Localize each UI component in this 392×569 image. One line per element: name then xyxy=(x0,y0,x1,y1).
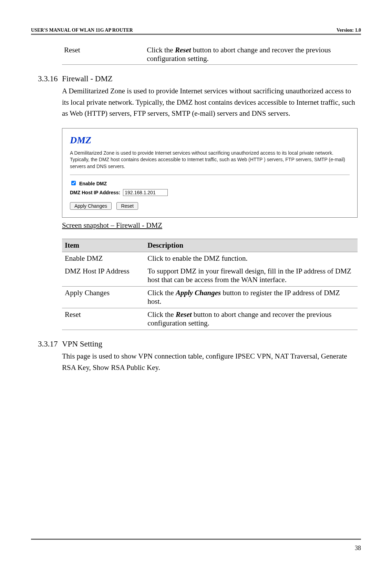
section-title: VPN Setting xyxy=(62,340,102,348)
cell-reset-label: Reset xyxy=(62,44,145,65)
section-body: A Demilitarized Zone is used to provide … xyxy=(62,85,358,119)
text: Click the xyxy=(147,310,176,319)
td-enable-dmz: Enable DMZ xyxy=(62,252,145,265)
td-apply-changes: Apply Changes xyxy=(62,287,145,308)
reset-row-table: Reset Click the Reset button to abort ch… xyxy=(62,44,358,65)
section-body: This page is used to show VPN connection… xyxy=(62,351,358,373)
page-number: 38 xyxy=(355,545,361,551)
text-bold: Apply Changes xyxy=(176,289,221,297)
description-table: Item Description Enable DMZ Click to ena… xyxy=(62,239,358,330)
cell-reset-desc: Click the Reset button to abort change a… xyxy=(145,44,358,65)
td-reset: Reset xyxy=(62,308,145,330)
dmz-desc: A Demilitarized Zone is used to provide … xyxy=(70,150,350,175)
section-num: 3.3.16 xyxy=(38,74,62,83)
page-footer: 38 xyxy=(31,539,361,552)
td-enable-dmz-desc: Click to enable the DMZ function. xyxy=(145,252,358,265)
td-reset-desc: Click the Reset button to abort change a… xyxy=(145,308,358,330)
dmz-title: DMZ xyxy=(70,135,350,146)
enable-dmz-checkbox[interactable] xyxy=(71,181,76,185)
header-left: USER'S MANUAL OF WLAN 11G AP ROUTER xyxy=(31,28,133,33)
dmz-screenshot: DMZ A Demilitarized Zone is used to prov… xyxy=(62,128,358,218)
section-heading-firewall-dmz: 3.3.16Firewall - DMZ xyxy=(62,74,358,83)
section-title: Firewall - DMZ xyxy=(62,74,113,83)
enable-dmz-label: Enable DMZ xyxy=(79,181,107,186)
text: Click the xyxy=(147,46,175,54)
reset-button[interactable]: Reset xyxy=(116,202,138,210)
header-right: Version: 1.0 xyxy=(337,28,361,33)
ip-input[interactable] xyxy=(123,189,168,196)
text-bold: Reset xyxy=(175,46,191,54)
td-dmz-host-ip-desc: To support DMZ in your firewall design, … xyxy=(145,265,358,287)
section-heading-vpn: 3.3.17VPN Setting xyxy=(62,340,358,349)
screenshot-caption: Screen snapshot – Firewall - DMZ xyxy=(62,221,358,230)
td-apply-changes-desc: Click the Apply Changes button to regist… xyxy=(145,287,358,308)
section-num: 3.3.17 xyxy=(38,340,62,349)
td-dmz-host-ip: DMZ Host IP Address xyxy=(62,265,145,287)
th-item: Item xyxy=(62,239,145,252)
text-bold: Reset xyxy=(176,310,192,319)
th-description: Description xyxy=(145,239,358,252)
page-header: USER'S MANUAL OF WLAN 11G AP ROUTER Vers… xyxy=(31,28,361,35)
text: Click the xyxy=(147,289,176,297)
ip-label: DMZ Host IP Address: xyxy=(70,190,120,195)
apply-changes-button[interactable]: Apply Changes xyxy=(70,202,112,210)
